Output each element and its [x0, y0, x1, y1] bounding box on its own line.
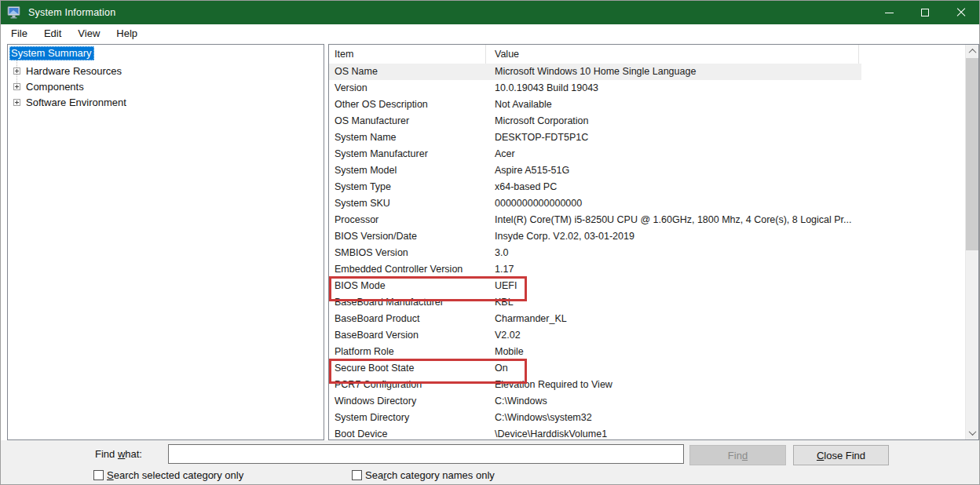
close-icon — [956, 8, 966, 17]
find-input[interactable] — [168, 444, 684, 464]
row-item-label: Embedded Controller Version — [329, 261, 486, 278]
title-bar: System Information — [1, 1, 979, 24]
row-item-label: BaseBoard Version — [329, 327, 486, 344]
row-item-value: Intel(R) Core(TM) i5-8250U CPU @ 1.60GHz… — [486, 212, 861, 228]
row-item-label: Other OS Description — [329, 97, 486, 113]
row-item-value: 10.0.19043 Build 19043 — [486, 80, 861, 97]
table-row[interactable]: SMBIOS Version 3.0 — [329, 245, 861, 261]
row-item-label: System Model — [329, 162, 486, 179]
menu-item[interactable]: View — [71, 26, 106, 41]
column-header-value[interactable]: Value — [486, 45, 859, 64]
row-item-label: BIOS Version/Date — [329, 228, 486, 245]
find-button[interactable]: Find — [689, 445, 786, 465]
row-item-value: Microsoft Windows 10 Home Single Languag… — [486, 64, 861, 80]
table-row[interactable]: System SKU 0000000000000000 — [329, 195, 861, 212]
row-item-value: UEFI — [486, 278, 861, 294]
table-row[interactable]: PCR7 Configuration Elevation Required to… — [329, 377, 861, 393]
scroll-up-button[interactable] — [966, 45, 979, 58]
table-row[interactable]: System Name DESKTOP-FDT5P1C — [329, 129, 861, 146]
table-row[interactable]: Platform Role Mobile — [329, 344, 861, 360]
row-item-label: Secure Boot State — [329, 360, 486, 377]
tree-item-system-summary[interactable]: System Summary — [9, 46, 94, 60]
search-category-names-label: Search category names only — [365, 469, 495, 481]
row-item-value: Charmander_KL — [486, 311, 861, 327]
category-tree: System Summary Hardware Resources Compon… — [7, 44, 324, 440]
table-row[interactable]: Other OS Description Not Available — [329, 97, 861, 113]
table-row[interactable]: System Type x64-based PC — [329, 179, 861, 195]
tree-item-label: Hardware Resources — [26, 65, 122, 77]
table-row[interactable]: Windows Directory C:\Windows — [329, 393, 861, 410]
row-item-value: 3.0 — [486, 245, 861, 261]
main-content: System Summary Hardware Resources Compon… — [1, 42, 979, 440]
scroll-down-button[interactable] — [966, 426, 979, 439]
row-item-label: BaseBoard Product — [329, 311, 486, 327]
row-item-value: Acer — [486, 146, 861, 162]
row-item-label: OS Manufacturer — [329, 113, 486, 129]
tree-item[interactable]: Software Environment — [9, 94, 324, 110]
row-item-label: System Type — [329, 179, 486, 195]
table-row[interactable]: Version 10.0.19043 Build 19043 — [329, 80, 861, 97]
row-item-label: PCR7 Configuration — [329, 377, 486, 393]
row-item-label: System SKU — [329, 195, 486, 212]
table-row[interactable]: System Manufacturer Acer — [329, 146, 861, 162]
search-selected-category-checkbox[interactable] — [93, 470, 104, 480]
row-item-value: V2.02 — [486, 327, 861, 344]
table-row[interactable]: System Directory C:\Windows\system32 — [329, 410, 861, 426]
table-row[interactable]: Boot Device \Device\HarddiskVolume1 — [329, 426, 861, 439]
plus-box-icon[interactable] — [13, 67, 20, 75]
maximize-button[interactable] — [907, 1, 943, 24]
close-find-button[interactable]: Close Find — [793, 445, 889, 465]
row-item-value: \Device\HarddiskVolume1 — [486, 426, 861, 439]
row-item-label: System Manufacturer — [329, 146, 486, 162]
chevron-down-icon — [969, 428, 977, 436]
vertical-scrollbar[interactable] — [965, 45, 978, 439]
row-item-value: Aspire A515-51G — [486, 162, 861, 179]
row-item-label: Processor — [329, 212, 486, 228]
row-item-value: C:\Windows — [486, 393, 861, 410]
row-item-value: DESKTOP-FDT5P1C — [486, 129, 861, 146]
row-item-label: OS Name — [329, 64, 486, 80]
row-item-value: C:\Windows\system32 — [486, 410, 861, 426]
search-selected-category-label: Search selected category only — [107, 469, 243, 481]
row-item-label: Version — [329, 80, 486, 97]
row-item-value: Microsoft Corporation — [486, 113, 861, 129]
row-item-value: KBL — [486, 294, 861, 311]
table-row[interactable]: Secure Boot State On — [329, 360, 861, 377]
row-item-value: x64-based PC — [486, 179, 861, 195]
row-item-label: Platform Role — [329, 344, 486, 360]
table-row[interactable]: Embedded Controller Version 1.17 — [329, 261, 861, 278]
table-row[interactable]: Processor Intel(R) Core(TM) i5-8250U CPU… — [329, 212, 861, 228]
close-button[interactable] — [943, 1, 979, 24]
tree-item[interactable]: Components — [9, 78, 324, 94]
search-category-names-checkbox[interactable] — [352, 470, 362, 480]
row-item-label: System Name — [329, 129, 486, 146]
plus-box-icon[interactable] — [13, 83, 20, 90]
minimize-icon — [885, 13, 894, 13]
row-item-label: SMBIOS Version — [329, 245, 486, 261]
table-row[interactable]: System Model Aspire A515-51G — [329, 162, 861, 179]
tree-item-label: Software Environment — [26, 97, 126, 108]
row-item-label: Windows Directory — [329, 393, 486, 410]
menu-item[interactable]: Help — [110, 26, 144, 41]
details-list: Item Value OS Name Microsoft Windows 10 … — [328, 44, 979, 440]
table-row[interactable]: BaseBoard Manufacturer KBL — [329, 294, 861, 311]
table-row[interactable]: BIOS Mode UEFI — [329, 278, 861, 294]
table-row[interactable]: BaseBoard Product Charmander_KL — [329, 311, 861, 327]
menu-item[interactable]: Edit — [38, 26, 68, 41]
row-item-value: 1.17 — [486, 261, 861, 278]
row-item-value: 0000000000000000 — [486, 195, 861, 212]
minimize-button[interactable] — [871, 1, 907, 24]
search-selected-category-option: Search selected category only — [93, 469, 243, 481]
row-item-value: Elevation Required to View — [486, 377, 861, 393]
table-row[interactable]: OS Name Microsoft Windows 10 Home Single… — [329, 64, 861, 80]
table-row[interactable]: OS Manufacturer Microsoft Corporation — [329, 113, 861, 129]
menu-item[interactable]: File — [5, 26, 34, 41]
list-header: Item Value — [329, 45, 965, 64]
system-information-window: System Information File Edit View Help S… — [0, 0, 980, 485]
scrollbar-thumb[interactable] — [966, 58, 979, 250]
plus-box-icon[interactable] — [13, 99, 20, 106]
tree-item[interactable]: Hardware Resources — [9, 63, 324, 78]
column-header-item[interactable]: Item — [329, 45, 486, 64]
table-row[interactable]: BaseBoard Version V2.02 — [329, 327, 861, 344]
table-row[interactable]: BIOS Version/Date Insyde Corp. V2.02, 03… — [329, 228, 861, 245]
